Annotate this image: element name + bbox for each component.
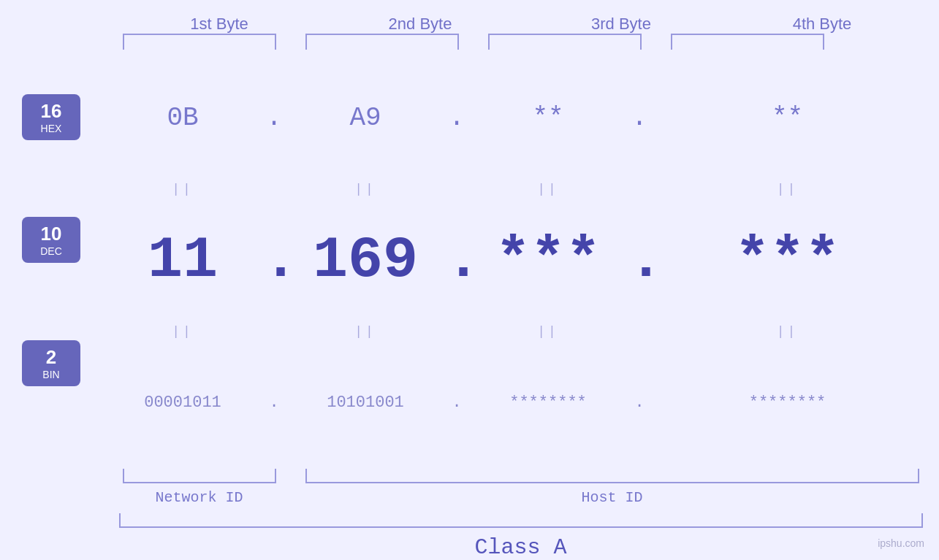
bracket-bottom-net [123,469,276,483]
dec-b1-value: 11 [148,227,218,294]
bin-sep1: . [263,394,285,412]
watermark: ipshu.com [878,537,924,549]
bin-b2-cell: 10101001 [285,394,446,412]
bin-b4-cell: ******** [650,394,924,412]
bin-b1-value: 00001011 [144,394,221,412]
hex-b2-value: A9 [349,103,381,133]
bin-sep2: . [446,394,468,412]
hex-b4-value: ** [772,103,803,133]
bin-sep3: . [628,394,650,412]
bracket-top-1 [123,34,276,50]
dec-row: 11 . 169 . *** . *** [102,202,924,318]
dec-number: 10 [31,223,72,245]
hex-number: 16 [31,100,72,123]
bin-number: 2 [31,346,72,369]
bottom-brackets [119,469,923,483]
class-label: Class A [119,535,923,560]
eq2-b2: || [285,324,446,339]
equals-row-2: || || || || [102,319,924,345]
bracket-top-4 [671,34,824,50]
eq1-b2: || [285,182,446,196]
dec-b3-value: *** [495,227,601,294]
dec-b4-cell: *** [650,227,924,294]
bin-b4-value: ******** [749,394,826,412]
id-labels: Network ID Host ID [119,489,923,506]
byte1-header: 1st Byte [139,15,300,34]
byte2-header: 2nd Byte [340,15,501,34]
byte-headers: 1st Byte 2nd Byte 3rd Byte 4th Byte [119,15,923,34]
content-area: 16 HEX 10 DEC 2 BIN 0B . [0,52,939,469]
hex-sep3: . [628,103,650,133]
bracket-top-3 [488,34,642,50]
byte4-header: 4th Byte [742,15,902,34]
dec-sep3: . [628,227,650,294]
dec-b3-cell: *** [468,227,628,294]
eq2-b3: || [468,324,628,339]
full-bracket [119,513,923,528]
top-brackets [119,34,923,52]
host-id-label: Host ID [302,489,923,506]
eq1-b1: || [102,182,263,196]
equals-row-1: || || || || [102,176,924,202]
bracket-top-2 [305,34,459,50]
dec-badge: 10 DEC [22,217,80,263]
eq1-b4: || [650,182,924,196]
hex-sep1: . [263,103,285,133]
bin-label: BIN [31,369,72,380]
dec-sep2: . [446,227,468,294]
hex-b3-value: ** [532,103,563,133]
bracket-bottom-host [305,469,919,483]
network-id-label: Network ID [119,489,280,506]
hex-sep2: . [446,103,468,133]
bottom-section: Network ID Host ID Class A [119,469,923,560]
hex-b1-value: 0B [167,103,198,133]
hex-b3-cell: ** [468,103,628,133]
data-columns: 0B . A9 . ** . ** [102,52,939,469]
side-badges: 16 HEX 10 DEC 2 BIN [0,52,102,469]
hex-row: 0B . A9 . ** . ** [102,52,924,176]
bin-b3-cell: ******** [468,394,628,412]
dec-b2-value: 169 [313,227,418,294]
hex-badge: 16 HEX [22,94,80,140]
bin-b2-value: 10101001 [327,394,404,412]
hex-label: HEX [31,123,72,134]
hex-b2-cell: A9 [285,103,446,133]
bin-b1-cell: 00001011 [102,394,263,412]
dec-label: DEC [31,245,72,257]
bin-b3-value: ******** [509,394,587,412]
dec-sep1: . [263,227,285,294]
bin-badge: 2 BIN [22,340,80,386]
dec-b4-value: *** [734,227,840,294]
byte3-header: 3rd Byte [541,15,702,34]
eq2-b1: || [102,324,263,339]
dec-b1-cell: 11 [102,227,263,294]
eq2-b4: || [650,324,924,339]
bin-row: 00001011 . 10101001 . ******** . [102,345,924,469]
dec-b2-cell: 169 [285,227,446,294]
main-container: 1st Byte 2nd Byte 3rd Byte 4th Byte 16 H… [0,0,939,560]
hex-b4-cell: ** [650,103,924,133]
hex-b1-cell: 0B [102,103,263,133]
eq1-b3: || [468,182,628,196]
